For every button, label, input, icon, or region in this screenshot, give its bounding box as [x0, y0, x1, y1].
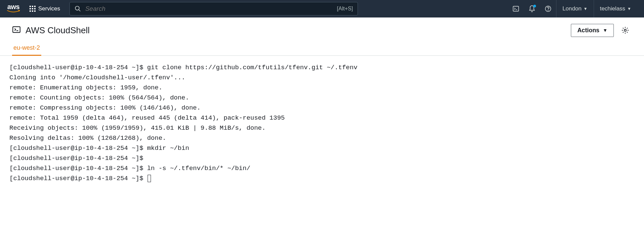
tab-eu-west-2[interactable]: eu-west-2 — [12, 44, 41, 56]
notifications-button[interactable] — [524, 0, 540, 17]
page-title: AWS CloudShell — [25, 25, 90, 36]
cloudshell-icon-button[interactable] — [508, 0, 524, 17]
aws-smile-icon — [7, 9, 20, 14]
search-input[interactable] — [85, 5, 333, 12]
terminal-line: Resolving deltas: 100% (1268/1268), done… — [9, 134, 166, 142]
tab-label: eu-west-2 — [13, 44, 40, 51]
aws-logo[interactable]: aws — [7, 3, 20, 14]
terminal-line: remote: Compressing objects: 100% (146/1… — [9, 104, 201, 112]
region-label: London — [562, 5, 582, 12]
cloudshell-icon — [512, 5, 520, 12]
terminal-line: [cloudshell-user@ip-10-4-18-254 ~]$ — [9, 175, 147, 182]
top-nav: aws Services [Alt+S] — [0, 0, 644, 17]
help-icon — [544, 5, 552, 12]
svg-point-8 — [624, 29, 626, 31]
services-grid-icon — [30, 6, 36, 12]
terminal-cursor — [148, 175, 151, 182]
help-button[interactable] — [540, 0, 556, 17]
region-tabs: eu-west-2 — [0, 37, 644, 56]
services-menu[interactable]: Services — [26, 3, 63, 14]
chevron-down-icon: ▼ — [603, 28, 607, 33]
svg-point-5 — [548, 10, 548, 11]
terminal-line: [cloudshell-user@ip-10-4-18-254 ~]$ mkdi… — [9, 145, 189, 152]
terminal-line: [cloudshell-user@ip-10-4-18-254 ~]$ git … — [9, 64, 358, 71]
terminal-line: [cloudshell-user@ip-10-4-18-254 ~]$ — [9, 155, 147, 162]
account-menu[interactable]: techielass ▼ — [594, 0, 638, 17]
page-header: AWS CloudShell Actions ▼ — [0, 17, 644, 37]
terminal-line: remote: Counting objects: 100% (564/564)… — [9, 94, 189, 101]
chevron-down-icon: ▼ — [627, 6, 631, 11]
terminal-line: remote: Enumerating objects: 1959, done. — [9, 84, 162, 91]
terminal-line: Receiving objects: 100% (1959/1959), 415… — [9, 124, 266, 132]
settings-button[interactable] — [619, 24, 632, 37]
gear-icon — [621, 26, 629, 34]
terminal-line: [cloudshell-user@ip-10-4-18-254 ~]$ ln -… — [9, 165, 250, 172]
region-selector[interactable]: London ▼ — [556, 0, 594, 17]
top-nav-right: London ▼ techielass ▼ — [508, 0, 637, 17]
svg-rect-2 — [513, 6, 519, 11]
svg-point-0 — [75, 6, 79, 10]
account-label: techielass — [600, 5, 626, 12]
terminal-output[interactable]: [cloudshell-user@ip-10-4-18-254 ~]$ git … — [0, 56, 644, 190]
actions-label: Actions — [577, 27, 599, 34]
services-label: Services — [38, 5, 60, 12]
cloudshell-page-icon — [12, 25, 21, 35]
global-search[interactable]: [Alt+S] — [69, 2, 358, 15]
terminal-line: remote: Total 1959 (delta 464), reused 4… — [9, 114, 285, 122]
chevron-down-icon: ▼ — [584, 6, 588, 11]
search-shortcut-hint: [Alt+S] — [337, 6, 353, 12]
svg-line-1 — [79, 10, 80, 11]
svg-rect-6 — [13, 27, 20, 32]
notification-dot — [533, 5, 536, 7]
aws-logo-text: aws — [7, 3, 19, 10]
search-icon — [74, 5, 81, 12]
terminal-line: Cloning into '/home/cloudshell-user/.tfe… — [9, 74, 185, 81]
actions-button[interactable]: Actions ▼ — [571, 24, 614, 37]
